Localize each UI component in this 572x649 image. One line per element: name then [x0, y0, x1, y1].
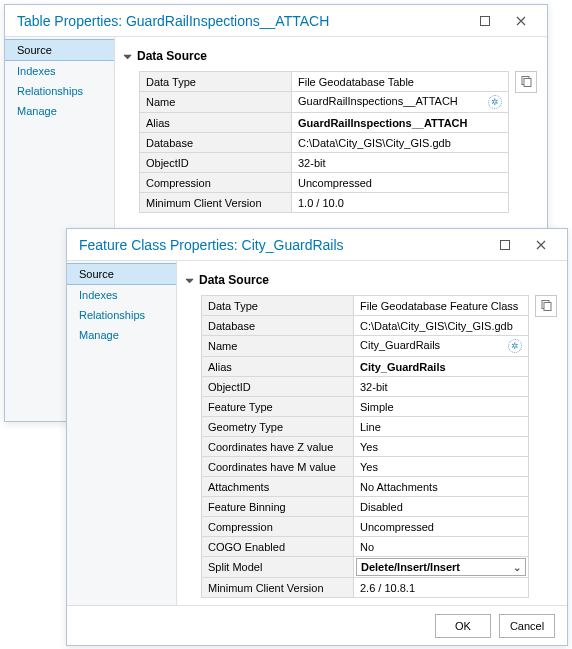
table-row: Feature BinningDisabled: [202, 497, 529, 517]
sidebar-item-source[interactable]: Source: [67, 263, 176, 285]
prop-value: C:\Data\City_GIS\City_GIS.gdb: [292, 133, 509, 153]
prop-value: No: [354, 537, 529, 557]
feature-class-properties-dialog: Feature Class Properties: City_GuardRail…: [66, 228, 568, 646]
table-row: NameCity_GuardRails✲: [202, 336, 529, 357]
maximize-button[interactable]: [467, 7, 503, 35]
sidebar-item-manage[interactable]: Manage: [67, 325, 176, 345]
table-row: ObjectID32-bit: [202, 377, 529, 397]
cancel-button[interactable]: Cancel: [499, 614, 555, 638]
prop-key: Alias: [202, 357, 354, 377]
section-header-data-source[interactable]: Data Source: [123, 45, 537, 67]
table-row: CompressionUncompressed: [140, 173, 509, 193]
prop-key: Feature Type: [202, 397, 354, 417]
prop-value: City_GuardRails✲: [354, 336, 529, 357]
sidebar-item-indexes[interactable]: Indexes: [67, 285, 176, 305]
svg-rect-0: [481, 16, 490, 25]
prop-key: Name: [140, 92, 292, 113]
prop-key: Database: [140, 133, 292, 153]
svg-rect-3: [501, 240, 510, 249]
table-row: Minimum Client Version2.6 / 10.8.1: [202, 578, 529, 598]
prop-value: File Geodatabase Feature Class: [354, 296, 529, 316]
prop-value[interactable]: Delete/Insert/Insert⌄: [354, 557, 529, 578]
close-button[interactable]: [503, 7, 539, 35]
prop-value: 32-bit: [292, 153, 509, 173]
prop-key: Alias: [140, 113, 292, 133]
prop-key: Name: [202, 336, 354, 357]
table-row: ObjectID32-bit: [140, 153, 509, 173]
section-label: Data Source: [199, 273, 269, 287]
gear-icon[interactable]: ✲: [508, 339, 522, 353]
table-row: CompressionUncompressed: [202, 517, 529, 537]
table-row: Coordinates have Z valueYes: [202, 437, 529, 457]
svg-rect-5: [544, 303, 551, 311]
table-row: Minimum Client Version1.0 / 10.0: [140, 193, 509, 213]
table-row: AliasCity_GuardRails: [202, 357, 529, 377]
gear-icon[interactable]: ✲: [488, 95, 502, 109]
table-row: NameGuardRailInspections__ATTACH✲: [140, 92, 509, 113]
prop-key: COGO Enabled: [202, 537, 354, 557]
prop-key: Data Type: [140, 72, 292, 92]
table-row: Feature TypeSimple: [202, 397, 529, 417]
prop-value: No Attachments: [354, 477, 529, 497]
properties-grid: Data TypeFile Geodatabase Feature ClassD…: [201, 295, 529, 598]
sidebar-item-indexes[interactable]: Indexes: [5, 61, 114, 81]
maximize-button[interactable]: [487, 231, 523, 259]
dialog-title: Table Properties: GuardRailInspections__…: [17, 13, 467, 29]
sidebar-item-source[interactable]: Source: [5, 39, 114, 61]
prop-key: Feature Binning: [202, 497, 354, 517]
sidebar-item-manage[interactable]: Manage: [5, 101, 114, 121]
prop-value: 1.0 / 10.0: [292, 193, 509, 213]
prop-key: Compression: [140, 173, 292, 193]
prop-value: 2.6 / 10.8.1: [354, 578, 529, 598]
close-button[interactable]: [523, 231, 559, 259]
chevron-down-icon: ⌄: [513, 562, 521, 573]
prop-value: 32-bit: [354, 377, 529, 397]
split-model-select[interactable]: Delete/Insert/Insert⌄: [356, 558, 526, 576]
properties-grid-wrap: Data TypeFile Geodatabase Feature ClassD…: [201, 295, 557, 598]
prop-key: ObjectID: [202, 377, 354, 397]
table-row: COGO EnabledNo: [202, 537, 529, 557]
prop-value: Uncompressed: [292, 173, 509, 193]
table-row: Split ModelDelete/Insert/Insert⌄: [202, 557, 529, 578]
prop-value: GuardRailInspections__ATTACH: [292, 113, 509, 133]
sidebar-item-relationships[interactable]: Relationships: [67, 305, 176, 325]
prop-key: ObjectID: [140, 153, 292, 173]
sidebar-item-relationships[interactable]: Relationships: [5, 81, 114, 101]
copy-button[interactable]: [535, 295, 557, 317]
prop-key: Compression: [202, 517, 354, 537]
prop-value: Yes: [354, 457, 529, 477]
prop-value: Line: [354, 417, 529, 437]
chevron-down-icon: [123, 51, 135, 62]
prop-key: Minimum Client Version: [202, 578, 354, 598]
table-row: AttachmentsNo Attachments: [202, 477, 529, 497]
prop-key: Coordinates have Z value: [202, 437, 354, 457]
sidebar: SourceIndexesRelationshipsManage: [67, 261, 177, 605]
prop-value: City_GuardRails: [354, 357, 529, 377]
prop-key: Coordinates have M value: [202, 457, 354, 477]
table-row: Geometry TypeLine: [202, 417, 529, 437]
svg-rect-2: [524, 79, 531, 87]
ok-button[interactable]: OK: [435, 614, 491, 638]
prop-value: Simple: [354, 397, 529, 417]
dialog-title: Feature Class Properties: City_GuardRail…: [79, 237, 487, 253]
main-panel: Data Source Data TypeFile Geodatabase Fe…: [177, 261, 567, 605]
prop-key: Minimum Client Version: [140, 193, 292, 213]
titlebar: Feature Class Properties: City_GuardRail…: [67, 229, 567, 261]
dialog-body: SourceIndexesRelationshipsManage Data So…: [67, 261, 567, 605]
table-row: DatabaseC:\Data\City_GIS\City_GIS.gdb: [202, 316, 529, 336]
properties-grid-wrap: Data TypeFile Geodatabase TableNameGuard…: [139, 71, 537, 213]
titlebar: Table Properties: GuardRailInspections__…: [5, 5, 547, 37]
prop-value: File Geodatabase Table: [292, 72, 509, 92]
prop-key: Geometry Type: [202, 417, 354, 437]
prop-value: C:\Data\City_GIS\City_GIS.gdb: [354, 316, 529, 336]
prop-key: Data Type: [202, 296, 354, 316]
prop-key: Database: [202, 316, 354, 336]
chevron-down-icon: [185, 275, 197, 286]
prop-value: GuardRailInspections__ATTACH✲: [292, 92, 509, 113]
dialog-footer: OK Cancel: [67, 605, 567, 645]
table-row: Data TypeFile Geodatabase Feature Class: [202, 296, 529, 316]
table-row: DatabaseC:\Data\City_GIS\City_GIS.gdb: [140, 133, 509, 153]
copy-button[interactable]: [515, 71, 537, 93]
section-header-data-source[interactable]: Data Source: [185, 269, 557, 291]
prop-key: Attachments: [202, 477, 354, 497]
